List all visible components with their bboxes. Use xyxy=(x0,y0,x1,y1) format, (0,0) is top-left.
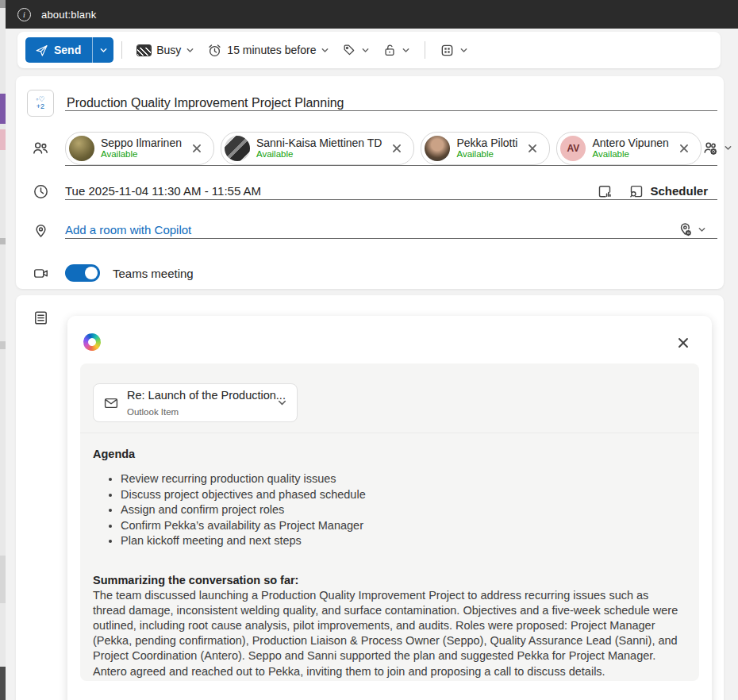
attendee-pill[interactable]: AV Antero Vipunen Available xyxy=(556,132,701,165)
show-as-label: Busy xyxy=(156,44,181,56)
agenda-item: Assign and confirm project roles xyxy=(121,502,686,518)
agenda-item: Confirm Pekka’s availability as Project … xyxy=(121,518,686,534)
room-options-button[interactable] xyxy=(677,221,717,238)
attendee-status: Available xyxy=(256,149,382,160)
avatar xyxy=(225,136,250,161)
copilot-content-area: Re: Launch of the Production... Outlook … xyxy=(80,363,699,681)
attendee-status: Available xyxy=(592,149,668,160)
apps-dropdown[interactable] xyxy=(433,38,475,63)
browser-title-bar: i about:blank xyxy=(6,0,738,29)
meeting-details-card: ◦♡ +2 Production Quality Improvement Pro… xyxy=(16,76,724,289)
teams-meeting-toggle[interactable] xyxy=(65,264,100,282)
referenced-item-chip[interactable]: Re: Launch of the Production... Outlook … xyxy=(93,383,298,422)
attendee-name: Seppo Ilmarinen xyxy=(101,137,182,149)
summary-text: The team discussed launching a Productio… xyxy=(93,588,680,679)
close-icon xyxy=(191,143,202,154)
alarm-clock-icon xyxy=(207,43,222,58)
envelope-icon xyxy=(103,395,119,411)
toolbar-divider xyxy=(425,41,425,59)
agenda-heading: Agenda xyxy=(93,448,686,460)
close-icon xyxy=(678,143,690,154)
meeting-datetime: Tue 2025-11-04 11:30 AM - 11:55 AM xyxy=(65,184,261,198)
divider xyxy=(80,433,699,433)
chevron-down-icon xyxy=(321,46,329,55)
busy-icon xyxy=(136,44,152,56)
attendee-status: Available xyxy=(456,149,517,160)
tag-icon xyxy=(342,43,356,57)
remove-attendee-button[interactable] xyxy=(674,138,694,159)
copilot-summary-card: Re: Launch of the Production... Outlook … xyxy=(67,316,712,700)
reminder-label: 15 minutes before xyxy=(227,44,316,56)
send-label: Send xyxy=(54,44,81,56)
close-copilot-card-button[interactable] xyxy=(672,332,694,354)
sensitivity-dropdown[interactable] xyxy=(376,38,417,62)
chevron-down-icon xyxy=(724,144,732,152)
attendee-pill[interactable]: Sanni-Kaisa Miettinen TD Available xyxy=(221,132,414,165)
info-icon: i xyxy=(17,8,31,21)
chevron-down-icon xyxy=(698,225,706,234)
pin-gear-icon xyxy=(677,221,694,238)
attendee-options-button[interactable] xyxy=(701,140,738,157)
show-as-dropdown[interactable]: Busy xyxy=(130,39,201,61)
avatar xyxy=(425,136,450,161)
remove-attendee-button[interactable] xyxy=(386,138,407,159)
send-options-button[interactable] xyxy=(92,37,113,63)
meeting-title: Production Quality Improvement Project P… xyxy=(65,96,344,110)
copilot-icon xyxy=(81,331,103,353)
send-button[interactable]: Send xyxy=(25,37,92,63)
calendar-bars-icon xyxy=(597,183,613,199)
apps-grid-icon xyxy=(440,43,455,58)
attendees-field[interactable]: Seppo Ilmarinen Available Sanni-Kaisa Mi… xyxy=(65,132,717,166)
people-gear-icon xyxy=(701,140,719,157)
page-url: about:blank xyxy=(41,9,96,21)
chevron-down-icon xyxy=(277,398,287,408)
chevron-down-icon xyxy=(459,46,468,55)
chevron-down-icon xyxy=(361,46,370,55)
categorize-dropdown[interactable] xyxy=(336,38,376,62)
title-field[interactable]: Production Quality Improvement Project P… xyxy=(65,96,717,111)
people-icon xyxy=(32,140,49,157)
time-row: Tue 2025-11-04 11:30 AM - 11:55 AM Sched… xyxy=(16,173,724,210)
close-icon xyxy=(527,143,538,154)
camera-icon xyxy=(33,265,49,282)
referenced-item-title: Re: Launch of the Production... xyxy=(127,389,286,402)
avatar: AV xyxy=(560,136,586,161)
meeting-body-card: Re: Launch of the Production... Outlook … xyxy=(16,295,724,700)
event-options-button[interactable]: ◦♡ +2 xyxy=(27,90,54,117)
agenda-item: Discuss project objectives and phased sc… xyxy=(121,487,686,503)
title-row: ◦♡ +2 Production Quality Improvement Pro… xyxy=(16,76,724,124)
attendee-pill[interactable]: Pekka Pilotti Available xyxy=(421,132,550,165)
location-field[interactable]: Add a room with Copilot xyxy=(65,221,717,239)
summary-heading: Summarizing the conversation so far: xyxy=(93,573,686,588)
unlock-icon xyxy=(382,43,397,57)
avatar xyxy=(69,136,94,161)
attendee-name: Pekka Pilotti xyxy=(456,137,517,149)
close-icon xyxy=(391,143,402,154)
teams-meeting-row: Teams meeting xyxy=(16,251,724,295)
reminder-dropdown[interactable]: 15 minutes before xyxy=(201,38,336,63)
availability-button[interactable] xyxy=(597,183,613,199)
sparkle-glyphs: +2 xyxy=(37,103,44,110)
location-row: Add a room with Copilot xyxy=(16,210,724,251)
calendar-magnifier-icon xyxy=(628,183,644,199)
background-window-sliver xyxy=(0,0,6,700)
time-field[interactable]: Tue 2025-11-04 11:30 AM - 11:55 AM Sched… xyxy=(65,183,717,200)
scheduler-label: Scheduler xyxy=(650,184,708,198)
chevron-down-icon xyxy=(402,46,410,55)
remove-attendee-button[interactable] xyxy=(186,138,207,159)
attendee-pill[interactable]: Seppo Ilmarinen Available xyxy=(65,132,214,165)
meeting-toolbar: Send Busy 15 minutes before xyxy=(17,32,721,68)
agenda-list: Review recurring production quality issu… xyxy=(93,471,686,549)
summary-document: Agenda Review recurring production quali… xyxy=(93,448,686,679)
remove-attendee-button[interactable] xyxy=(522,138,543,159)
agenda-item: Review recurring production quality issu… xyxy=(121,471,686,487)
scheduler-button[interactable]: Scheduler xyxy=(628,183,708,199)
chevron-down-icon xyxy=(99,46,108,55)
send-icon xyxy=(35,44,48,57)
attendee-status: Available xyxy=(101,149,182,160)
attendees-row: Seppo Ilmarinen Available Sanni-Kaisa Mi… xyxy=(16,124,724,173)
clock-icon xyxy=(33,183,49,200)
note-lines-icon xyxy=(33,310,49,326)
add-room-copilot-link[interactable]: Add a room with Copilot xyxy=(65,223,191,237)
map-pin-icon xyxy=(33,222,49,239)
